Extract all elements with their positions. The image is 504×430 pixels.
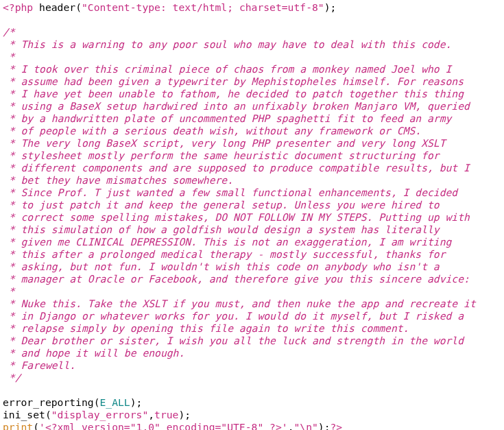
fn-ini-set: ini_set bbox=[3, 409, 45, 420]
fn-error-reporting: error_reporting bbox=[3, 396, 94, 408]
bool-true: true bbox=[154, 409, 178, 420]
str-header-arg: "Content-type: text/html; charset=utf-8" bbox=[82, 1, 324, 13]
str-xml-decl: '<?xml version="1.0" encoding="UTF-8" ?>… bbox=[39, 421, 288, 430]
kw-print: print bbox=[3, 421, 33, 430]
php-open-tag: <?php bbox=[3, 1, 33, 13]
php-close-tag: ?> bbox=[331, 421, 343, 430]
const-eall: E_ALL bbox=[99, 396, 130, 408]
comment-block: /* * This is a warning to any poor soul … bbox=[3, 26, 476, 383]
fn-header: header bbox=[39, 1, 75, 13]
str-display-errors: "display_errors" bbox=[51, 409, 148, 420]
str-newline: "\n" bbox=[293, 421, 317, 430]
php-code-block: <?php header("Content-type: text/html; c… bbox=[0, 0, 504, 430]
